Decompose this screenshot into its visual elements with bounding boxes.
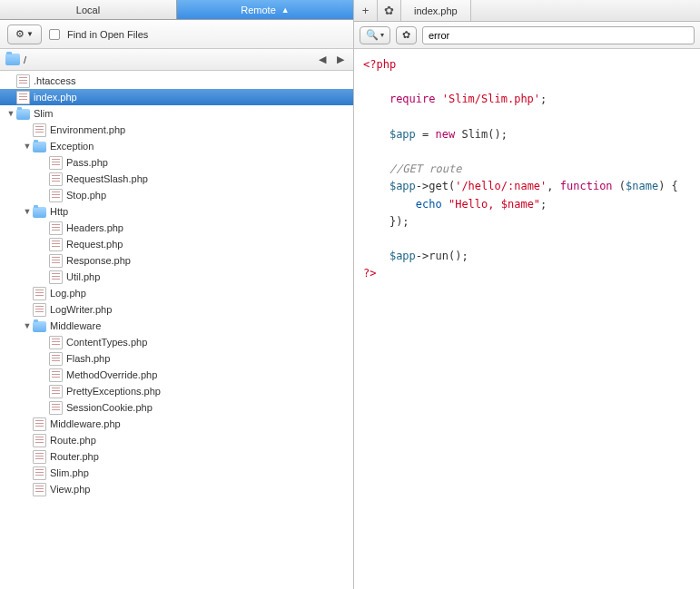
code-token: $app [389, 250, 416, 262]
tree-file[interactable]: SessionCookie.php [0, 399, 353, 416]
disclosure-triangle-icon[interactable]: ▼ [22, 321, 33, 330]
gear-icon: ✿ [402, 29, 410, 41]
code-token: echo [416, 198, 442, 211]
chevron-down-icon: ▼ [26, 30, 34, 38]
code-token: ( [613, 180, 626, 192]
file-icon [49, 254, 63, 268]
tree-file[interactable]: Environment.php [0, 122, 353, 138]
tree-file[interactable]: Response.php [0, 252, 353, 269]
tree-file[interactable]: Router.php [0, 448, 353, 465]
tree-item-label: Headers.php [66, 222, 123, 233]
tree-item-label: Flash.php [66, 353, 110, 364]
nav-back-button[interactable]: ◀ [315, 53, 330, 67]
disclosure-triangle-icon[interactable]: ▼ [22, 142, 33, 151]
tree-item-label: LogWriter.php [50, 304, 112, 315]
code-token: ->get( [416, 180, 455, 192]
file-icon [33, 434, 46, 447]
tree-file[interactable]: Headers.php [0, 220, 353, 236]
file-icon [33, 450, 46, 464]
tree-file[interactable]: Slim.php [0, 465, 353, 481]
file-tree[interactable]: .htaccessindex.php▼SlimEnvironment.php▼E… [0, 71, 353, 589]
tree-file[interactable]: Middleware.php [0, 416, 353, 432]
path-text: / [24, 54, 26, 65]
tree-file[interactable]: .htaccess [0, 73, 353, 89]
file-icon [33, 303, 46, 317]
code-token: '/hello/:name' [455, 180, 547, 192]
tab-index-php[interactable]: index.php [401, 0, 471, 21]
tree-file[interactable]: Stop.php [0, 187, 353, 203]
tree-file[interactable]: PrettyExceptions.php [0, 383, 353, 399]
editor-tabs: + ✿ index.php [354, 0, 700, 22]
code-token: ; [540, 198, 547, 211]
file-icon [49, 385, 63, 398]
file-icon [49, 270, 63, 284]
file-icon [33, 483, 46, 496]
tree-file[interactable]: Pass.php [0, 154, 353, 171]
tree-item-label: Router.php [50, 451, 99, 462]
editor-tab-label: index.php [414, 5, 458, 16]
tree-file[interactable]: LogWriter.php [0, 301, 353, 318]
tree-file[interactable]: Log.php [0, 285, 353, 301]
tree-file[interactable]: MethodOverride.php [0, 367, 353, 383]
search-settings-button[interactable]: ✿ [396, 26, 417, 44]
tree-file[interactable]: Util.php [0, 269, 353, 285]
tree-folder[interactable]: ▼Http [0, 203, 353, 220]
tab-options-button[interactable]: ✿ [378, 0, 401, 21]
code-token: ->run(); [416, 250, 468, 262]
file-icon [49, 221, 63, 235]
file-icon [33, 466, 46, 480]
folder-icon [33, 142, 46, 152]
code-token [442, 198, 449, 211]
file-icon [49, 172, 63, 186]
code-editor[interactable]: <?php require 'Slim/Slim.php'; $app = ne… [354, 49, 700, 589]
tree-file[interactable]: Request.php [0, 236, 353, 252]
tree-item-label: Response.php [66, 255, 131, 266]
file-icon [49, 401, 63, 415]
code-token: //GET route [389, 162, 461, 175]
tree-item-label: Pass.php [66, 157, 108, 168]
search-options-button[interactable]: 🔍▾ [360, 26, 390, 44]
code-token: = [416, 128, 436, 141]
code-token: 'Slim/Slim.php' [442, 93, 540, 105]
tree-folder[interactable]: ▼Middleware [0, 318, 353, 334]
tree-item-label: Stop.php [66, 190, 106, 201]
tree-file[interactable]: View.php [0, 481, 353, 497]
tree-file[interactable]: RequestSlash.php [0, 171, 353, 187]
tree-folder[interactable]: ▼Slim [0, 105, 353, 122]
actions-menu-button[interactable]: ⚙ ▼ [7, 25, 42, 44]
search-icon: 🔍 [366, 29, 379, 41]
tab-local[interactable]: Local [0, 0, 177, 19]
tree-file[interactable]: Flash.php [0, 350, 353, 367]
tree-item-label: Util.php [66, 271, 100, 282]
code-token: $name [626, 180, 658, 192]
tree-file[interactable]: Route.php [0, 432, 353, 448]
code-token: <?php [363, 58, 396, 71]
disclosure-triangle-icon[interactable]: ▼ [22, 207, 33, 216]
code-token: $app [389, 180, 416, 192]
tree-item-label: Environment.php [50, 124, 125, 135]
file-icon [33, 287, 46, 300]
nav-forward-button[interactable]: ▶ [333, 53, 348, 67]
search-bar: 🔍▾ ✿ [354, 22, 700, 49]
folder-icon [16, 109, 30, 120]
path-bar[interactable]: / ◀ ▶ [0, 49, 353, 71]
search-input[interactable] [422, 26, 695, 44]
sort-indicator-icon: ▲ [281, 5, 290, 15]
editor-pane: + ✿ index.php 🔍▾ ✿ <?php require 'Slim/S… [354, 0, 700, 589]
tree-folder[interactable]: ▼Exception [0, 138, 353, 154]
find-in-open-files-checkbox[interactable] [49, 29, 60, 40]
tree-item-label: index.php [34, 92, 77, 103]
file-icon [33, 123, 46, 137]
tree-item-label: RequestSlash.php [66, 173, 148, 184]
new-tab-button[interactable]: + [354, 0, 378, 21]
disclosure-triangle-icon[interactable]: ▼ [5, 109, 16, 118]
tree-item-label: Log.php [50, 288, 86, 299]
code-token: function [560, 180, 613, 192]
code-token: Slim(); [455, 128, 508, 141]
tab-remote[interactable]: Remote ▲ [177, 0, 353, 19]
tree-file[interactable]: index.php [0, 89, 353, 105]
tab-remote-label: Remote [241, 5, 276, 15]
tree-item-label: Request.php [66, 239, 123, 250]
code-token: }); [389, 215, 409, 228]
tree-file[interactable]: ContentTypes.php [0, 334, 353, 350]
